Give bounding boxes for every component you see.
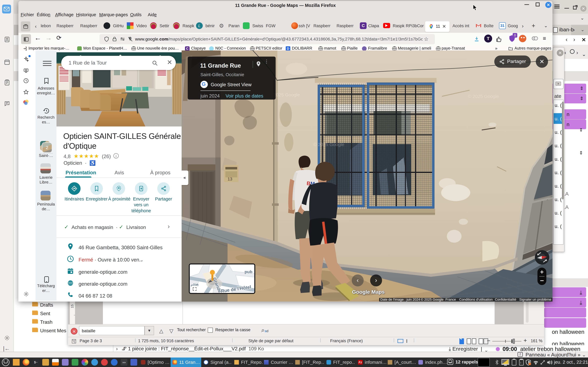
svg-text:13: 13 <box>227 177 232 181</box>
svg-text:© 2025 Google: © 2025 Google <box>313 142 344 147</box>
svg-text:pub: pub <box>244 269 252 274</box>
svg-text:© 2025 Google: © 2025 Google <box>468 94 499 99</box>
